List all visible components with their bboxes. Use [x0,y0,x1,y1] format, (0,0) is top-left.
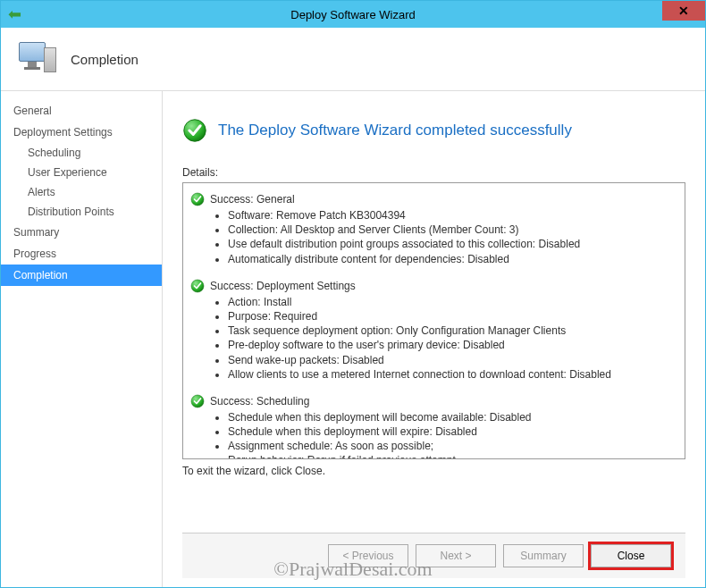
section-item: Schedule when this deployment will becom… [228,410,674,424]
close-button[interactable]: Close [591,544,671,567]
header: Completion [1,28,705,91]
completion-title: The Deploy Software Wizard completed suc… [218,122,572,139]
section-items: Action: InstallPurpose: RequiredTask seq… [190,295,674,382]
completion-header: The Deploy Software Wizard completed suc… [182,118,685,143]
section-item: Send wake-up packets: Disabled [228,353,674,367]
success-check-icon [190,394,205,408]
sidebar-item-scheduling[interactable]: Scheduling [1,143,162,163]
section-title: Success: General [190,192,674,206]
computer-icon [19,42,58,76]
section-items: Schedule when this deployment will becom… [190,410,674,459]
wizard-window: ⬅ Deploy Software Wizard ✕ Completion Ge… [0,0,706,588]
details-box[interactable]: Success: GeneralSoftware: Remove Patch K… [182,182,685,459]
section-item: Assignment schedule: As soon as possible… [228,439,674,453]
window-title: Deploy Software Wizard [290,8,415,21]
back-arrow-icon[interactable]: ⬅ [8,4,21,24]
success-check-icon [190,192,205,206]
next-button: Next > [416,544,496,567]
window-close-button[interactable]: ✕ [662,1,705,21]
section-item: Rerun behavior: Rerun if failed previous… [228,453,674,459]
section-item: Task sequence deployment option: Only Co… [228,323,674,338]
section-item: Allow clients to use a metered Internet … [228,367,674,382]
summary-button: Summary [503,544,584,567]
sidebar-item-user-experience[interactable]: User Experience [1,163,162,182]
section-item: Software: Remove Patch KB3004394 [228,208,674,223]
section-item: Use default distribution point groups as… [228,237,674,251]
body: GeneralDeployment SettingsSchedulingUser… [1,91,705,587]
section-item: Pre-deploy software to the user's primar… [228,338,674,352]
page-title: Completion [71,52,139,67]
section-title: Success: Scheduling [190,394,674,408]
success-check-icon [190,279,205,293]
section-item: Automatically distribute content for dep… [228,252,674,266]
sidebar-item-distribution-points[interactable]: Distribution Points [1,202,162,222]
sidebar-item-summary[interactable]: Summary [1,222,162,243]
main-panel: The Deploy Software Wizard completed suc… [163,91,705,587]
sidebar: GeneralDeployment SettingsSchedulingUser… [1,91,162,587]
details-section: Success: GeneralSoftware: Remove Patch K… [190,192,674,266]
section-items: Software: Remove Patch KB3004394Collecti… [190,208,674,266]
exit-instruction: To exit the wizard, click Close. [182,465,685,477]
details-label: Details: [182,166,685,179]
sidebar-item-general[interactable]: General [1,100,162,122]
footer: < Previous Next > Summary Close [182,533,685,578]
titlebar: ⬅ Deploy Software Wizard ✕ [1,1,705,28]
details-section: Success: Deployment SettingsAction: Inst… [190,279,674,382]
previous-button: < Previous [328,544,408,567]
details-section: Success: SchedulingSchedule when this de… [190,394,674,459]
section-item: Purpose: Required [228,309,674,323]
sidebar-item-deployment-settings[interactable]: Deployment Settings [1,122,162,143]
sidebar-item-progress[interactable]: Progress [1,243,162,265]
sidebar-item-completion[interactable]: Completion [1,265,162,286]
section-item: Schedule when this deployment will expir… [228,424,674,439]
section-item: Collection: All Desktop and Server Clien… [228,223,674,237]
sidebar-item-alerts[interactable]: Alerts [1,182,162,202]
section-title: Success: Deployment Settings [190,279,674,293]
success-check-icon [182,118,207,143]
section-item: Action: Install [228,295,674,309]
